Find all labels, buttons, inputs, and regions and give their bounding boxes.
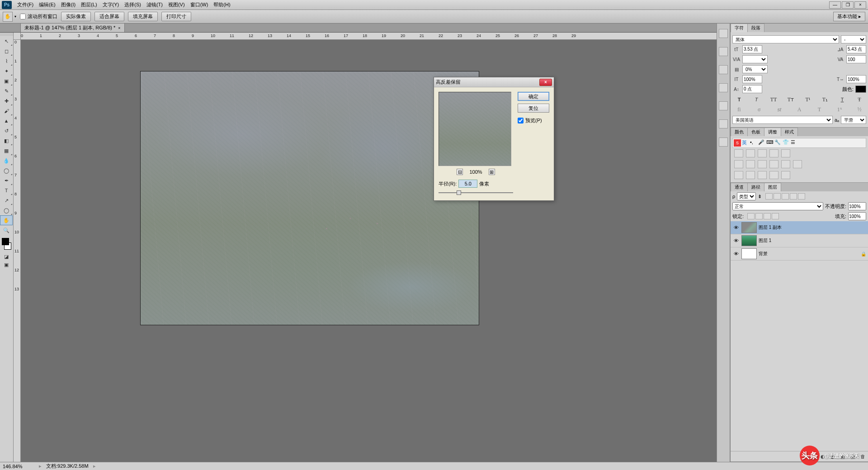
blend-mode-select[interactable]: 正常: [732, 202, 823, 210]
hue-adj-icon[interactable]: [734, 160, 743, 168]
superscript-button[interactable]: T¹: [804, 96, 812, 103]
ot-st[interactable]: st: [775, 106, 783, 113]
fill-input[interactable]: [848, 212, 866, 220]
dodge-tool[interactable]: ◯: [0, 166, 13, 176]
ot-ordinal[interactable]: 1ˢ: [835, 106, 844, 113]
horizontal-ruler[interactable]: 0123456789101112131415161718192021222324…: [21, 33, 717, 40]
filter-pixel-icon[interactable]: [765, 193, 773, 199]
baseline-input[interactable]: [742, 85, 762, 93]
bw-adj-icon[interactable]: [758, 160, 767, 168]
actions-icon[interactable]: [719, 83, 728, 92]
cancel-button[interactable]: 复位: [518, 104, 549, 113]
close-tab-icon[interactable]: ×: [118, 26, 120, 30]
bold-button[interactable]: T: [735, 96, 743, 103]
info-icon[interactable]: [719, 119, 728, 128]
smallcaps-button[interactable]: Tᴛ: [787, 96, 795, 103]
maximize-button[interactable]: ❐: [842, 1, 854, 9]
ot-fraction[interactable]: ½: [855, 106, 863, 113]
delete-layer-icon[interactable]: 🗑: [859, 453, 867, 460]
lock-transparent-icon[interactable]: [747, 213, 755, 219]
workspace-switcher[interactable]: 基本功能 ▸: [833, 12, 865, 21]
selective-adj-icon[interactable]: [781, 171, 790, 179]
actual-pixels-button[interactable]: 实际像素: [61, 12, 91, 21]
clone-source-icon[interactable]: [719, 65, 728, 74]
ime-toolbar[interactable]: S 英 •,🎤⌨🔧👕☰: [732, 138, 866, 148]
canvas-viewport[interactable]: [21, 40, 717, 462]
ok-button[interactable]: 确定: [518, 92, 549, 101]
levels-adj-icon[interactable]: [746, 149, 755, 157]
invert-adj-icon[interactable]: [734, 171, 743, 179]
curves-adj-icon[interactable]: [758, 149, 767, 157]
vibrance-adj-icon[interactable]: [781, 149, 790, 157]
font-family-select[interactable]: 黑体: [732, 35, 839, 43]
tab-layers[interactable]: 图层: [764, 183, 781, 191]
menu-item[interactable]: 编辑(E): [36, 0, 58, 9]
ot-titling[interactable]: T: [815, 106, 823, 113]
marquee-tool[interactable]: ◻: [0, 46, 13, 56]
zoom-tool[interactable]: 🔍: [0, 225, 13, 235]
italic-button[interactable]: T: [752, 96, 760, 103]
gradientmap-adj-icon[interactable]: [769, 171, 778, 179]
palette-grip[interactable]: [0, 33, 13, 36]
tab-swatches[interactable]: 色板: [747, 128, 764, 136]
menu-item[interactable]: 文字(Y): [100, 0, 122, 9]
layer-filter-select[interactable]: 类型: [737, 192, 756, 200]
menu-item[interactable]: 窗口(W): [188, 0, 211, 9]
properties-icon[interactable]: [719, 101, 728, 110]
ot-swash[interactable]: σ: [755, 106, 763, 113]
threshold-adj-icon[interactable]: [758, 171, 767, 179]
exposure-adj-icon[interactable]: [769, 149, 778, 157]
crop-tool[interactable]: ▣: [0, 76, 13, 86]
brush-tool[interactable]: 🖌: [0, 106, 13, 116]
history-brush-tool[interactable]: ↺: [0, 126, 13, 136]
brush-presets-icon[interactable]: [719, 47, 728, 56]
shape-tool[interactable]: ◯: [0, 205, 13, 215]
ruler-origin[interactable]: [14, 33, 21, 40]
tab-styles[interactable]: 样式: [781, 128, 798, 136]
lock-all-icon[interactable]: [772, 213, 779, 219]
opacity-input[interactable]: [848, 202, 866, 210]
pen-tool[interactable]: ✒: [0, 176, 13, 185]
document-tab[interactable]: 未标题-1 @ 147% (图层 1 副本, RGB/8) * ×: [20, 23, 125, 32]
eyedropper-tool[interactable]: ✎: [0, 86, 13, 96]
wand-tool[interactable]: ✦: [0, 66, 13, 76]
heal-tool[interactable]: ✚: [0, 96, 13, 106]
radius-slider[interactable]: [439, 190, 513, 196]
menu-item[interactable]: 图层(L): [78, 0, 99, 9]
print-size-button[interactable]: 打印尺寸: [161, 12, 191, 21]
fill-screen-button[interactable]: 填充屏幕: [128, 12, 158, 21]
stamp-tool[interactable]: ▲: [0, 116, 13, 126]
filter-type-icon[interactable]: [782, 193, 789, 199]
tab-paths[interactable]: 路径: [747, 183, 764, 191]
vscale-input[interactable]: [742, 75, 762, 83]
type-tool[interactable]: T: [0, 185, 13, 195]
preview-checkbox[interactable]: 预览(P): [518, 117, 549, 124]
photofilter-adj-icon[interactable]: [769, 160, 778, 168]
lasso-tool[interactable]: ⌇: [0, 56, 13, 66]
radius-input[interactable]: [458, 180, 477, 188]
menu-item[interactable]: 图像(I): [58, 0, 78, 9]
screenmode-icon[interactable]: ▣: [0, 261, 13, 269]
posterize-adj-icon[interactable]: [746, 171, 755, 179]
visibility-icon[interactable]: 👁: [732, 238, 740, 243]
eraser-tool[interactable]: ◧: [0, 136, 13, 146]
filter-shape-icon[interactable]: [790, 193, 797, 199]
visibility-icon[interactable]: 👁: [732, 225, 740, 230]
allcaps-button[interactable]: TT: [769, 96, 778, 103]
dialog-close-button[interactable]: ×: [539, 79, 552, 86]
dialog-titlebar[interactable]: 高反差保留 ×: [434, 77, 554, 87]
filter-adj-icon[interactable]: [774, 193, 781, 199]
vertical-ruler[interactable]: 012345678910111213: [14, 40, 21, 462]
colorbalance-adj-icon[interactable]: [746, 160, 755, 168]
kerning-select[interactable]: [742, 55, 768, 63]
zoom-readout[interactable]: 146.84%: [3, 464, 34, 469]
hand-tool[interactable]: ✋: [0, 215, 13, 225]
text-color-swatch[interactable]: [855, 85, 866, 93]
zoom-out-button[interactable]: ⊟: [457, 169, 463, 175]
filter-smart-icon[interactable]: [798, 193, 805, 199]
menu-item[interactable]: 视图(V): [165, 0, 188, 9]
layer-row[interactable]: 👁图层 1: [731, 234, 868, 247]
hscale-input[interactable]: [846, 75, 866, 83]
kern-pct-select[interactable]: 0%: [742, 65, 768, 73]
tab-color[interactable]: 颜色: [731, 128, 748, 136]
